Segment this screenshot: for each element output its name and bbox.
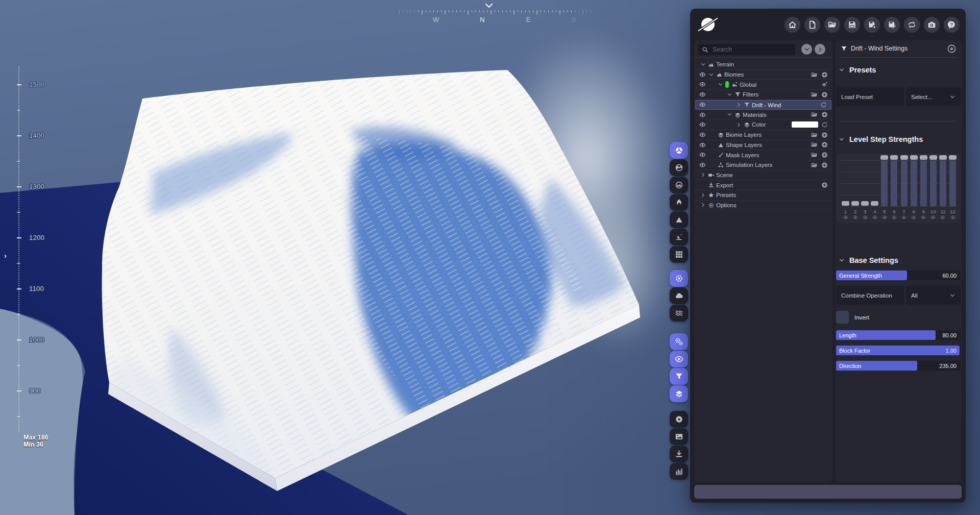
tool-island-button[interactable] xyxy=(670,229,688,246)
chevron-right-icon[interactable] xyxy=(700,202,708,208)
tool-chart-button[interactable] xyxy=(670,463,688,480)
plus-button[interactable] xyxy=(821,162,828,168)
level-eye-toggle[interactable] xyxy=(909,215,919,220)
chevron-down-icon[interactable] xyxy=(727,92,734,97)
level-slider-9[interactable]: 9 xyxy=(919,154,928,223)
level-eye-toggle[interactable] xyxy=(870,215,879,220)
chevron-down-icon[interactable] xyxy=(727,112,734,117)
level-slider-8[interactable]: 8 xyxy=(909,154,919,223)
camera-button[interactable] xyxy=(924,17,940,33)
level-eye-toggle[interactable] xyxy=(860,215,870,220)
slider-handle[interactable] xyxy=(861,201,869,206)
tool-gear-button[interactable] xyxy=(670,270,688,287)
save-button[interactable] xyxy=(844,17,860,33)
visibility-eye-icon[interactable] xyxy=(699,112,707,118)
plus-button[interactable] xyxy=(821,91,828,98)
level-eye-toggle[interactable] xyxy=(879,215,889,220)
tree-row-shape-layers[interactable]: Shape Layers xyxy=(694,140,832,151)
tree-row-global[interactable]: Global xyxy=(694,80,832,90)
plus-button[interactable] xyxy=(821,152,828,158)
tool-cloud-button[interactable] xyxy=(670,287,688,304)
plus-button[interactable] xyxy=(821,111,828,118)
level-slider-5[interactable]: 5 xyxy=(879,154,889,223)
tool-record-button[interactable] xyxy=(670,411,688,428)
app-logo-icon[interactable] xyxy=(697,14,719,35)
chevron-down-icon[interactable] xyxy=(700,62,708,67)
help-button[interactable] xyxy=(944,17,960,33)
level-slider-3[interactable]: 3 xyxy=(860,154,870,223)
chevron-down-icon[interactable] xyxy=(718,82,725,87)
slider-handle[interactable] xyxy=(890,155,898,160)
level-slider-12[interactable]: 12 xyxy=(948,154,958,223)
tool-gears-button[interactable] xyxy=(670,333,688,350)
level-eye-toggle[interactable] xyxy=(928,215,938,220)
slider-length[interactable]: Length80.00 xyxy=(836,330,961,340)
invert-checkbox[interactable] xyxy=(836,311,849,324)
level-slider-4[interactable]: 4 xyxy=(870,154,879,223)
visibility-eye-icon[interactable] xyxy=(699,162,707,168)
level-slider-1[interactable]: 1 xyxy=(841,154,850,223)
compass[interactable]: WNES xyxy=(393,0,597,27)
slider-block-factor[interactable]: Block Factor1.00 xyxy=(836,346,961,355)
tree-row-color[interactable]: Color xyxy=(694,120,832,130)
tool-flame-button[interactable] xyxy=(670,194,688,211)
level-eye-toggle[interactable] xyxy=(841,215,850,220)
tool-layers-button[interactable] xyxy=(670,385,688,402)
tree-row-biomes[interactable]: Biomes xyxy=(694,70,832,80)
tool-grid-button[interactable] xyxy=(670,246,688,263)
visibility-eye-icon[interactable] xyxy=(699,91,707,98)
tree-row-drift-wind[interactable]: Drift - Wind xyxy=(695,100,831,110)
chevron-right-icon[interactable] xyxy=(700,192,708,198)
folder-button[interactable] xyxy=(811,141,818,148)
slider-handle[interactable] xyxy=(871,201,878,206)
tool-fan-button[interactable] xyxy=(670,142,688,159)
tool-fan-outline-button[interactable] xyxy=(670,159,688,176)
visibility-eye-icon[interactable] xyxy=(699,132,707,138)
folder-button[interactable] xyxy=(811,132,818,138)
tree-row-options[interactable]: Options xyxy=(694,201,832,211)
slider-handle[interactable] xyxy=(920,155,927,160)
level-eye-toggle[interactable] xyxy=(889,215,899,220)
slider-handle[interactable] xyxy=(929,155,937,160)
tree-row-mask-layers[interactable]: Mask Layers xyxy=(694,150,832,160)
plus-button[interactable] xyxy=(821,182,828,188)
tool-mountain-button[interactable] xyxy=(670,211,688,228)
plus-button[interactable] xyxy=(821,71,828,78)
folder-button[interactable] xyxy=(811,91,818,98)
folder-button[interactable] xyxy=(811,111,818,118)
home-button[interactable] xyxy=(785,17,800,33)
visibility-eye-icon[interactable] xyxy=(699,142,707,149)
visibility-eye-icon[interactable] xyxy=(699,71,707,78)
folder-button[interactable] xyxy=(811,71,818,78)
chevron-right-icon[interactable] xyxy=(736,102,744,108)
load-preset-select[interactable]: Select... xyxy=(906,87,961,106)
slider-general-strength[interactable]: General Strength60.00 xyxy=(836,271,961,280)
color-swatch[interactable] xyxy=(792,121,818,128)
expand-panel-chevron[interactable]: › xyxy=(4,251,7,260)
section-level-steps[interactable]: Level Step Strengths xyxy=(839,135,923,143)
file-button[interactable] xyxy=(804,17,820,33)
chevron-down-icon[interactable] xyxy=(708,72,716,78)
slider-direction[interactable]: Direction235.00 xyxy=(836,361,961,371)
tool-planet-button[interactable] xyxy=(670,177,688,193)
visibility-eye-icon[interactable] xyxy=(699,81,707,88)
collapse-all-button[interactable] xyxy=(801,44,812,55)
tool-eye-button[interactable] xyxy=(670,351,688,367)
refresh-button[interactable] xyxy=(820,102,827,108)
tool-waves-button[interactable] xyxy=(670,305,688,322)
section-base-settings[interactable]: Base Settings xyxy=(839,256,898,264)
chevron-right-icon[interactable] xyxy=(700,172,708,178)
folder-button[interactable] xyxy=(811,162,818,168)
slider-handle[interactable] xyxy=(910,155,918,160)
slider-handle[interactable] xyxy=(842,201,849,206)
search-input[interactable] xyxy=(698,44,795,55)
layers-plus-button[interactable] xyxy=(821,81,828,88)
level-eye-toggle[interactable] xyxy=(850,215,860,220)
level-slider-2[interactable]: 2 xyxy=(850,154,860,223)
chevron-right-icon[interactable] xyxy=(736,122,744,128)
tree-row-filters[interactable]: Filters xyxy=(694,90,832,100)
combine-operation-select[interactable]: All xyxy=(906,286,961,305)
level-slider-7[interactable]: 7 xyxy=(899,154,909,223)
sync-button[interactable] xyxy=(904,17,920,33)
tree-row-export[interactable]: Export xyxy=(694,180,832,190)
